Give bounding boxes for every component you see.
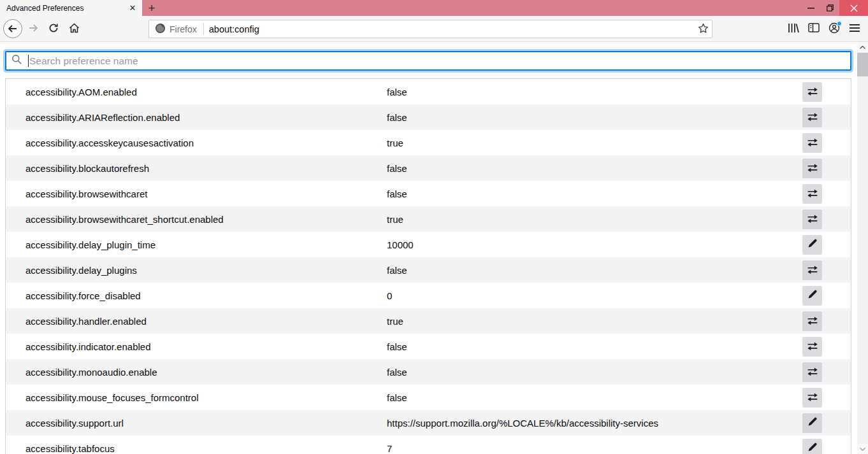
toggle-icon (806, 187, 819, 201)
toggle-icon (806, 340, 819, 353)
pref-row: accessibility.indicator.enabled false (6, 334, 851, 359)
pref-name: accessibility.ARIAReflection.enabled (6, 112, 387, 123)
toggle-icon (806, 213, 819, 226)
pref-value: false (387, 188, 802, 199)
sidebar-button[interactable] (804, 18, 823, 39)
pref-row: accessibility.accesskeycausesactivation … (6, 130, 851, 155)
pref-value: false (387, 392, 802, 403)
pref-value: true (387, 214, 802, 225)
edit-pencil-icon (807, 238, 818, 251)
pref-row: accessibility.tabfocus 7 (6, 436, 851, 454)
firefox-logo-icon (155, 23, 166, 36)
pref-edit-button[interactable] (802, 286, 822, 306)
scrollbar-thumb[interactable] (857, 53, 868, 76)
search-placeholder: Search preference name (29, 55, 138, 67)
pref-toggle-button[interactable] (802, 159, 822, 178)
pref-name: accessibility.AOM.enabled (6, 87, 387, 97)
library-button[interactable] (784, 18, 803, 39)
pref-value: 7 (387, 443, 802, 454)
close-icon (850, 4, 858, 12)
preferences-list: accessibility.AOM.enabled false accessib… (5, 78, 851, 454)
pref-edit-button[interactable] (802, 235, 822, 255)
pref-name: accessibility.mouse_focuses_formcontrol (6, 392, 387, 403)
toggle-icon (806, 85, 819, 99)
edit-pencil-icon (807, 442, 818, 454)
window-close-button[interactable] (839, 0, 868, 16)
tab-close-icon[interactable]: ✕ (127, 3, 138, 14)
pref-value: true (387, 138, 802, 148)
pref-toggle-button[interactable] (802, 209, 822, 229)
hamburger-menu-icon (850, 24, 860, 34)
pref-value: false (387, 112, 802, 123)
pref-name: accessibility.accesskeycausesactivation (6, 138, 387, 148)
pref-toggle-button[interactable] (802, 82, 822, 102)
text-caret (28, 55, 29, 67)
pref-name: accessibility.monoaudio.enable (6, 367, 387, 378)
titlebar-drag-area (161, 0, 801, 16)
pref-toggle-button[interactable] (802, 388, 822, 408)
pref-toggle-button[interactable] (802, 184, 822, 204)
pref-toggle-button[interactable] (802, 337, 822, 357)
url-bar[interactable]: Firefox about:config (148, 20, 712, 38)
forward-button[interactable] (23, 18, 43, 39)
minimize-icon (807, 4, 814, 11)
pref-row: accessibility.support.url https://suppor… (6, 410, 851, 436)
restore-icon (827, 4, 834, 11)
pref-value: false (387, 341, 802, 352)
about-config-page: Search preference name accessibility.AOM… (0, 42, 868, 454)
window-restore-button[interactable] (820, 0, 839, 16)
reload-icon (48, 23, 59, 35)
pref-name: accessibility.support.url (6, 418, 387, 429)
pref-name: accessibility.browsewithcaret (6, 188, 387, 199)
forward-icon (28, 24, 38, 34)
pref-row: accessibility.blockautorefresh false (6, 155, 851, 181)
pref-toggle-button[interactable] (802, 362, 822, 382)
pref-row: accessibility.browsewithcaret false (6, 181, 851, 206)
pref-name: accessibility.browsewithcaret_shortcut.e… (6, 214, 387, 225)
sidebar-icon (808, 23, 820, 34)
pref-row: accessibility.delay_plugins false (6, 257, 851, 283)
scroll-down-arrow-icon[interactable] (857, 444, 868, 454)
pref-name: accessibility.force_disabled (6, 290, 387, 301)
account-notification-dot (837, 21, 842, 26)
back-button[interactable] (3, 18, 23, 39)
pref-row: accessibility.delay_plugin_time 10000 (6, 232, 851, 257)
window-minimize-button[interactable] (801, 0, 820, 16)
edit-pencil-icon (807, 289, 818, 302)
titlebar: Advanced Preferences ✕ + (0, 0, 868, 16)
pref-name: accessibility.handler.enabled (6, 316, 387, 327)
star-icon (698, 23, 709, 36)
site-identity-chip[interactable]: Firefox (149, 23, 203, 36)
search-input[interactable]: Search preference name (5, 51, 851, 71)
pref-toggle-button[interactable] (802, 108, 822, 127)
toggle-icon (806, 315, 819, 328)
pref-row: accessibility.handler.enabled true (6, 308, 851, 334)
pref-value: 0 (387, 290, 802, 301)
toggle-icon (806, 136, 819, 150)
scroll-up-arrow-icon[interactable] (857, 42, 868, 52)
new-tab-button[interactable]: + (142, 0, 161, 16)
reload-button[interactable] (43, 18, 64, 39)
pref-toggle-button[interactable] (802, 133, 822, 153)
toggle-icon (806, 111, 819, 124)
menu-button[interactable] (845, 18, 864, 39)
pref-value: false (387, 163, 802, 174)
pref-name: accessibility.tabfocus (6, 443, 387, 454)
pref-edit-button[interactable] (802, 439, 822, 454)
pref-toggle-button[interactable] (802, 311, 822, 331)
bookmark-star-button[interactable] (694, 21, 712, 38)
tab-title: Advanced Preferences (6, 4, 127, 13)
home-button[interactable] (64, 18, 84, 39)
pref-row: accessibility.mouse_focuses_formcontrol … (6, 385, 851, 410)
pref-value: true (387, 316, 802, 327)
home-icon (69, 23, 80, 35)
pref-edit-button[interactable] (802, 413, 822, 433)
pref-row: accessibility.force_disabled 0 (6, 283, 851, 308)
tab-advanced-preferences[interactable]: Advanced Preferences ✕ (0, 0, 142, 16)
pref-value: false (387, 367, 802, 378)
pref-toggle-button[interactable] (802, 260, 822, 280)
vertical-scrollbar[interactable] (857, 42, 868, 454)
edit-pencil-icon (807, 416, 818, 429)
pref-value: false (387, 265, 802, 276)
nav-toolbar: Firefox about:config (0, 16, 868, 42)
